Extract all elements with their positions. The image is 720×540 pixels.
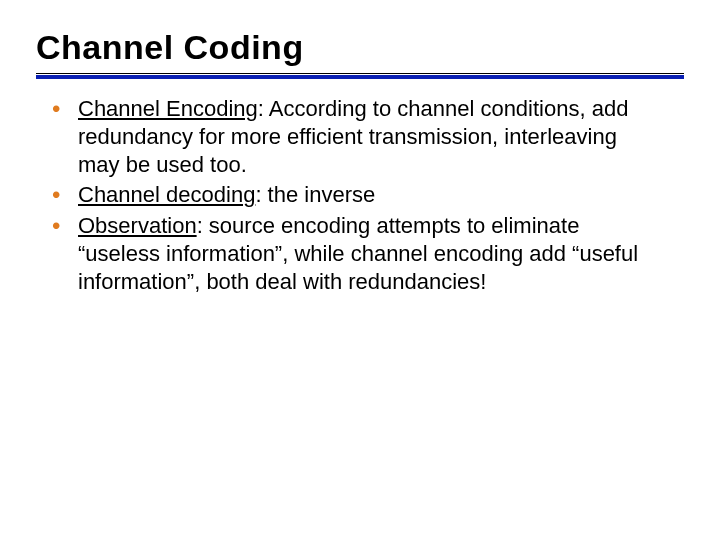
bullet-lead: Channel Encoding bbox=[78, 96, 258, 121]
list-item: Observation: source encoding attempts to… bbox=[48, 212, 652, 296]
bullet-text: : the inverse bbox=[255, 182, 375, 207]
rule-thin bbox=[36, 73, 684, 74]
bullet-lead: Channel decoding bbox=[78, 182, 255, 207]
title-rule bbox=[36, 71, 684, 79]
list-item: Channel Encoding: According to channel c… bbox=[48, 95, 652, 179]
slide-body: Channel Encoding: According to channel c… bbox=[36, 79, 684, 296]
slide-title: Channel Coding bbox=[36, 28, 684, 71]
bullet-lead: Observation bbox=[78, 213, 197, 238]
list-item: Channel decoding: the inverse bbox=[48, 181, 652, 209]
slide: Channel Coding Channel Encoding: Accordi… bbox=[0, 0, 720, 540]
bullet-list: Channel Encoding: According to channel c… bbox=[48, 95, 652, 296]
